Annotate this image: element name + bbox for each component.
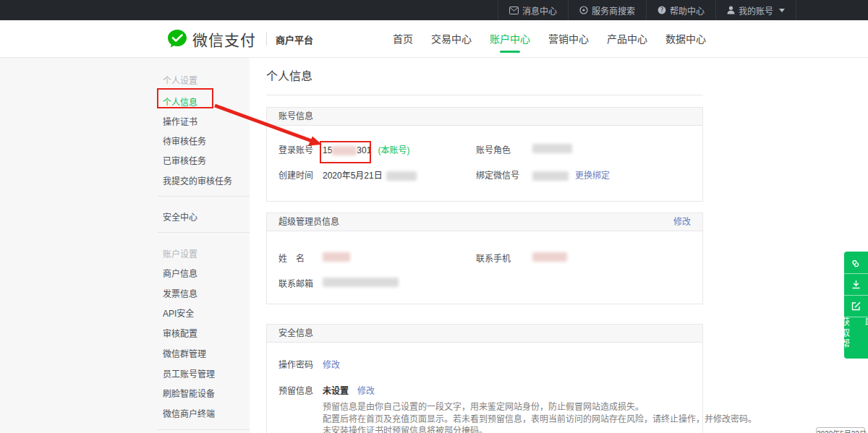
name-value xyxy=(323,252,350,262)
sidebar-item-security-center[interactable]: 安全中心 xyxy=(163,210,197,223)
contact-email-value xyxy=(323,277,399,287)
link-icon xyxy=(851,257,861,268)
description-line: 配置后将在首页及充值页面显示。若未看到预留信息，表明当前访问的网站存在风险，请终… xyxy=(323,413,757,426)
get-help-button[interactable]: 获取帮助 xyxy=(844,317,868,359)
sidebar-item-operation-certificate[interactable]: 操作证书 xyxy=(163,115,197,127)
login-account-redaction xyxy=(332,146,357,155)
operation-password-label: 操作密码 xyxy=(278,358,313,370)
service-provider-search-menu[interactable]: 服务商搜索 xyxy=(568,0,646,20)
primary-nav: 首页 交易中心 账户中心 营销中心 产品中心 数据中心 xyxy=(393,20,706,58)
edit-reserved-info-link[interactable]: 修改 xyxy=(357,386,375,396)
floating-help-panel: 获取帮助 xyxy=(844,252,868,359)
contact-phone-redaction xyxy=(532,252,567,262)
bound-wechat-value: 更换绑定 xyxy=(532,168,610,181)
created-time-redaction xyxy=(386,171,417,181)
brand-area[interactable]: 微信支付 商户平台 xyxy=(166,20,313,58)
reserved-info-description: 预留信息是由你自己设置的一段文字，用来鉴定网站身份，防止假冒网站造成损失。 配置… xyxy=(323,401,757,433)
login-account-label: 登录账号 xyxy=(278,143,313,155)
service-provider-search-label: 服务商搜索 xyxy=(592,4,635,17)
sidebar-section-account-settings: 账户设置 xyxy=(163,247,197,260)
help-icon: ? xyxy=(658,6,666,14)
nav-data-center[interactable]: 数据中心 xyxy=(665,20,706,58)
sidebar-item-wechat-merchant-terminal[interactable]: 微信商户终端 xyxy=(163,407,215,419)
quick-link-button[interactable] xyxy=(844,252,868,273)
created-time-label: 创建时间 xyxy=(278,168,313,181)
feedback-button[interactable] xyxy=(844,295,868,317)
current-account-note: (本账号) xyxy=(378,145,409,155)
sidebar-section-personal-settings: 个人设置 xyxy=(163,74,197,86)
sidebar-item-wechat-group-management[interactable]: 微信群管理 xyxy=(163,347,206,359)
download-icon xyxy=(851,279,861,290)
svg-text:?: ? xyxy=(660,7,663,14)
sidebar: 个人设置 个人信息 操作证书 待审核任务 已审核任务 我提交的审核任务 安全中心… xyxy=(0,58,250,433)
bound-wechat-label: 绑定微信号 xyxy=(476,168,519,181)
get-help-label: 获取帮助 xyxy=(833,317,868,359)
sidebar-divider xyxy=(158,196,250,197)
brand-name: 微信支付 xyxy=(192,28,256,50)
account-role-label: 账号角色 xyxy=(476,143,511,155)
nav-home[interactable]: 首页 xyxy=(393,20,413,58)
mail-icon xyxy=(509,7,519,14)
name-label: 姓 名 xyxy=(278,252,305,264)
edit-icon xyxy=(851,301,861,312)
caret-down-icon xyxy=(779,9,785,12)
nav-product-center[interactable]: 产品中心 xyxy=(607,20,647,58)
download-button[interactable] xyxy=(844,273,868,295)
created-time-value: 2020年5月21日 xyxy=(323,168,417,181)
help-center-menu[interactable]: ? 帮助中心 xyxy=(646,0,715,20)
main-header: 微信支付 商户平台 首页 交易中心 账户中心 营销中心 产品中心 数据中心 xyxy=(0,20,868,58)
top-utility-bar: 消息中心 服务商搜索 ? 帮助中心 我的账号 xyxy=(0,0,868,20)
account-role-value xyxy=(532,143,572,153)
wechat-pay-merchant-portal: 消息中心 服务商搜索 ? 帮助中心 我的账号 xyxy=(0,0,868,433)
sidebar-divider xyxy=(158,232,250,233)
reserved-info-value: 未设置修改 xyxy=(323,384,375,396)
sidebar-item-personal-info[interactable]: 个人信息 xyxy=(163,95,197,108)
message-center-label: 消息中心 xyxy=(522,4,557,17)
security-info-card-header: 安全信息 xyxy=(267,325,702,343)
description-line: 未安装操作证书时预留信息将被部分掩码。 xyxy=(323,425,757,433)
sidebar-item-pending-review-tasks[interactable]: 待审核任务 xyxy=(163,134,206,147)
sidebar-divider xyxy=(158,429,250,430)
change-binding-link[interactable]: 更换绑定 xyxy=(575,171,610,181)
bound-wechat-redaction xyxy=(532,171,569,181)
page-title: 个人信息 xyxy=(266,67,312,84)
sidebar-item-review-config[interactable]: 审核配置 xyxy=(163,327,197,339)
login-account-value: 15301(本账号) xyxy=(323,143,409,155)
brand-divider xyxy=(266,33,267,46)
sidebar-item-reviewed-tasks[interactable]: 已审核任务 xyxy=(163,154,206,166)
sidebar-item-api-security[interactable]: API安全 xyxy=(163,306,194,319)
help-center-label: 帮助中心 xyxy=(670,4,705,17)
my-account-menu[interactable]: 我的账号 xyxy=(715,0,796,20)
description-line: 预留信息是由你自己设置的一段文字，用来鉴定网站身份，防止假冒网站造成损失。 xyxy=(323,401,757,413)
message-center-menu[interactable]: 消息中心 xyxy=(498,0,568,20)
contact-phone-value xyxy=(532,252,567,262)
sidebar-item-invoice-info[interactable]: 发票信息 xyxy=(163,287,197,299)
account-role-redaction xyxy=(532,144,572,153)
contact-email-label: 联系邮箱 xyxy=(278,277,313,289)
search-icon xyxy=(579,6,588,14)
contact-email-redaction xyxy=(323,278,399,287)
wechat-pay-logo-icon xyxy=(166,28,188,50)
edit-admin-link[interactable]: 修改 xyxy=(673,213,691,231)
super-admin-card-title: 超级管理员信息 xyxy=(278,217,339,227)
sidebar-item-my-submitted-tasks[interactable]: 我提交的审核任务 xyxy=(163,174,232,187)
account-info-card-header: 账号信息 xyxy=(267,108,702,126)
account-info-card: 账号信息 登录账号 15301(本账号) 账号角色 创建时间 2020年5月21… xyxy=(266,107,703,202)
my-account-label: 我的账号 xyxy=(739,4,773,17)
date-tooltip: 2020年5月22日 xyxy=(816,427,865,433)
nav-transaction-center[interactable]: 交易中心 xyxy=(431,20,472,58)
edit-password-link[interactable]: 修改 xyxy=(323,360,340,370)
user-icon xyxy=(727,6,735,14)
title-divider xyxy=(266,95,703,95)
sidebar-item-face-recognition-devices[interactable]: 刷脸智能设备 xyxy=(163,387,215,399)
super-admin-card: 超级管理员信息 修改 姓 名 联系手机 联系邮箱 xyxy=(266,213,703,304)
sidebar-item-staff-account-management[interactable]: 员工账号管理 xyxy=(163,367,215,380)
reserved-info-label: 预留信息 xyxy=(278,384,313,396)
sidebar-item-merchant-info[interactable]: 商户信息 xyxy=(163,267,197,279)
nav-marketing-center[interactable]: 营销中心 xyxy=(548,20,589,58)
main-content: 个人信息 账号信息 登录账号 15301(本账号) 账号角色 创建时间 2020… xyxy=(250,58,868,433)
contact-phone-label: 联系手机 xyxy=(476,252,511,264)
security-info-card: 安全信息 操作密码 修改 预留信息 未设置修改 预留信息是由你自己设置的一段文字… xyxy=(266,324,703,433)
nav-account-center[interactable]: 账户中心 xyxy=(490,20,530,58)
name-redaction xyxy=(323,252,350,262)
